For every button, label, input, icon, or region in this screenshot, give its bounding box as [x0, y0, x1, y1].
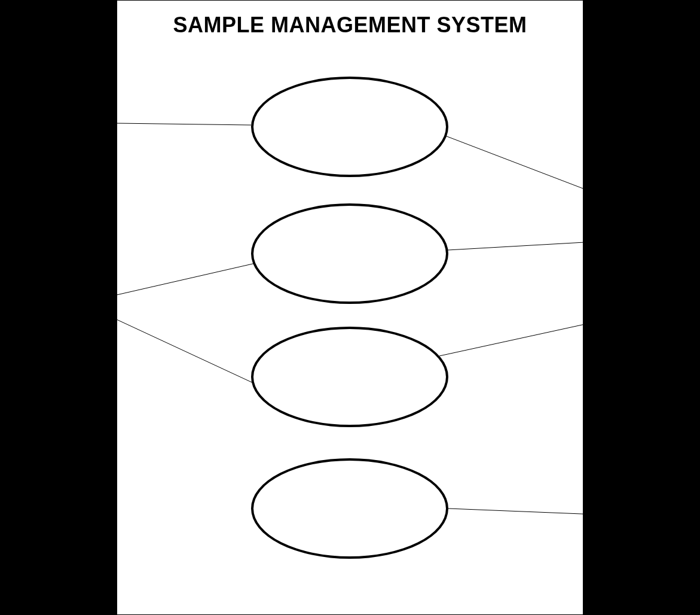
use-case-ellipse-1	[251, 77, 448, 177]
use-case-ellipse-3	[251, 327, 448, 427]
use-case-ellipse-4	[251, 458, 448, 559]
diagram-title: SAMPLE MANAGEMENT SYSTEM	[117, 13, 583, 38]
use-case-ellipse-2	[251, 203, 448, 304]
